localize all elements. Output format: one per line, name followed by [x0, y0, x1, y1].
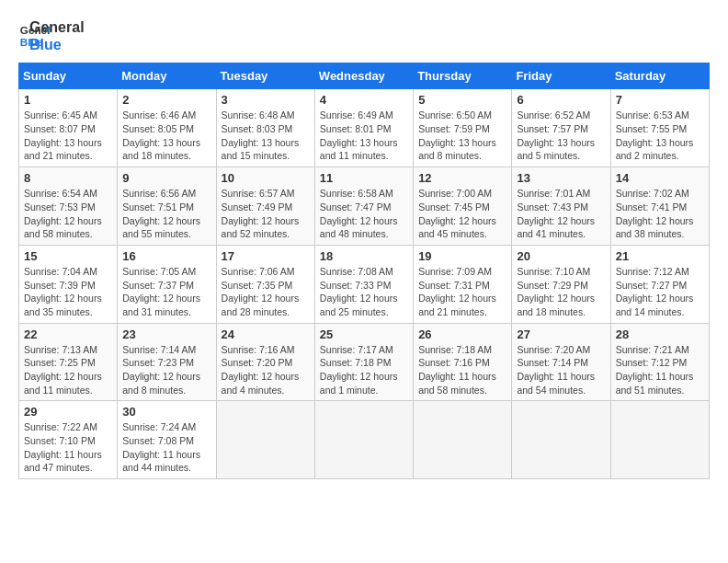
day-number: 9: [122, 171, 210, 185]
empty-cell: [512, 401, 610, 479]
empty-cell: [314, 401, 413, 479]
day-number: 1: [24, 93, 112, 107]
day-cell-21: 21Sunrise: 7:12 AM Sunset: 7:27 PM Dayli…: [610, 245, 709, 323]
week-row-1: 1Sunrise: 6:45 AM Sunset: 8:07 PM Daylig…: [19, 89, 710, 167]
header-monday: Monday: [118, 63, 216, 89]
day-cell-30: 30Sunrise: 7:24 AM Sunset: 7:08 PM Dayli…: [118, 401, 216, 479]
day-info: Sunrise: 7:20 AM Sunset: 7:14 PM Dayligh…: [517, 343, 605, 397]
day-info: Sunrise: 7:01 AM Sunset: 7:43 PM Dayligh…: [517, 187, 605, 241]
day-number: 3: [222, 93, 310, 107]
day-info: Sunrise: 7:06 AM Sunset: 7:35 PM Dayligh…: [222, 265, 310, 319]
empty-cell: [610, 401, 709, 479]
day-info: Sunrise: 7:17 AM Sunset: 7:18 PM Dayligh…: [320, 343, 408, 397]
day-number: 19: [418, 249, 506, 263]
day-cell-26: 26Sunrise: 7:18 AM Sunset: 7:16 PM Dayli…: [414, 323, 512, 401]
day-info: Sunrise: 6:49 AM Sunset: 8:01 PM Dayligh…: [320, 109, 408, 163]
day-cell-7: 7Sunrise: 6:53 AM Sunset: 7:55 PM Daylig…: [610, 89, 709, 167]
day-number: 15: [24, 249, 112, 263]
day-cell-19: 19Sunrise: 7:09 AM Sunset: 7:31 PM Dayli…: [414, 245, 512, 323]
day-info: Sunrise: 7:22 AM Sunset: 7:10 PM Dayligh…: [24, 420, 112, 475]
day-cell-25: 25Sunrise: 7:17 AM Sunset: 7:18 PM Dayli…: [314, 323, 413, 401]
day-number: 25: [320, 327, 408, 341]
day-number: 13: [517, 171, 605, 185]
week-row-4: 22Sunrise: 7:13 AM Sunset: 7:25 PM Dayli…: [19, 323, 710, 401]
day-number: 22: [24, 327, 112, 341]
day-number: 4: [320, 93, 408, 107]
day-cell-8: 8Sunrise: 6:54 AM Sunset: 7:53 PM Daylig…: [19, 167, 118, 246]
day-number: 17: [222, 249, 310, 263]
day-info: Sunrise: 6:56 AM Sunset: 7:51 PM Dayligh…: [122, 187, 210, 241]
header-tuesday: Tuesday: [216, 63, 314, 89]
day-cell-28: 28Sunrise: 7:21 AM Sunset: 7:12 PM Dayli…: [610, 323, 709, 401]
day-number: 27: [517, 327, 605, 341]
day-number: 7: [616, 93, 704, 107]
day-info: Sunrise: 6:45 AM Sunset: 8:07 PM Dayligh…: [24, 109, 112, 163]
day-number: 24: [222, 327, 310, 341]
day-info: Sunrise: 6:57 AM Sunset: 7:49 PM Dayligh…: [222, 187, 310, 241]
day-cell-24: 24Sunrise: 7:16 AM Sunset: 7:20 PM Dayli…: [216, 323, 314, 401]
day-info: Sunrise: 7:13 AM Sunset: 7:25 PM Dayligh…: [24, 343, 112, 397]
calendar-table: SundayMondayTuesdayWednesdayThursdayFrid…: [18, 63, 710, 479]
day-cell-16: 16Sunrise: 7:05 AM Sunset: 7:37 PM Dayli…: [118, 245, 216, 323]
header-saturday: Saturday: [610, 63, 709, 89]
day-info: Sunrise: 7:08 AM Sunset: 7:33 PM Dayligh…: [320, 265, 408, 319]
header-row: SundayMondayTuesdayWednesdayThursdayFrid…: [19, 63, 710, 89]
day-number: 6: [517, 93, 605, 107]
day-number: 23: [122, 327, 210, 341]
day-cell-2: 2Sunrise: 6:46 AM Sunset: 8:05 PM Daylig…: [118, 89, 216, 167]
day-number: 26: [418, 327, 506, 341]
day-cell-4: 4Sunrise: 6:49 AM Sunset: 8:01 PM Daylig…: [314, 89, 413, 167]
day-cell-3: 3Sunrise: 6:48 AM Sunset: 8:03 PM Daylig…: [216, 89, 314, 167]
day-cell-15: 15Sunrise: 7:04 AM Sunset: 7:39 PM Dayli…: [19, 245, 118, 323]
day-number: 21: [616, 249, 704, 263]
day-number: 20: [517, 249, 605, 263]
day-cell-5: 5Sunrise: 6:50 AM Sunset: 7:59 PM Daylig…: [414, 89, 512, 167]
day-number: 12: [418, 171, 506, 185]
day-cell-22: 22Sunrise: 7:13 AM Sunset: 7:25 PM Dayli…: [19, 323, 118, 401]
day-cell-23: 23Sunrise: 7:14 AM Sunset: 7:23 PM Dayli…: [118, 323, 216, 401]
day-cell-10: 10Sunrise: 6:57 AM Sunset: 7:49 PM Dayli…: [216, 167, 314, 246]
day-info: Sunrise: 6:53 AM Sunset: 7:55 PM Dayligh…: [616, 109, 704, 163]
day-info: Sunrise: 7:14 AM Sunset: 7:23 PM Dayligh…: [122, 343, 210, 397]
header-friday: Friday: [512, 63, 610, 89]
day-cell-18: 18Sunrise: 7:08 AM Sunset: 7:33 PM Dayli…: [314, 245, 413, 323]
week-row-2: 8Sunrise: 6:54 AM Sunset: 7:53 PM Daylig…: [19, 167, 710, 246]
day-info: Sunrise: 7:09 AM Sunset: 7:31 PM Dayligh…: [418, 265, 506, 319]
day-info: Sunrise: 6:52 AM Sunset: 7:57 PM Dayligh…: [517, 109, 605, 163]
day-number: 5: [418, 93, 506, 107]
day-info: Sunrise: 7:04 AM Sunset: 7:39 PM Dayligh…: [24, 265, 112, 319]
week-row-5: 29Sunrise: 7:22 AM Sunset: 7:10 PM Dayli…: [19, 401, 710, 479]
page-header: General Blue General Blue: [18, 18, 710, 53]
day-info: Sunrise: 7:18 AM Sunset: 7:16 PM Dayligh…: [418, 343, 506, 397]
logo-general: General: [29, 18, 85, 36]
logo-blue: Blue: [29, 36, 85, 53]
day-number: 8: [24, 171, 112, 185]
day-number: 30: [122, 405, 210, 419]
day-cell-14: 14Sunrise: 7:02 AM Sunset: 7:41 PM Dayli…: [610, 167, 709, 246]
day-number: 11: [320, 171, 408, 185]
day-cell-29: 29Sunrise: 7:22 AM Sunset: 7:10 PM Dayli…: [19, 401, 118, 479]
header-thursday: Thursday: [414, 63, 512, 89]
logo: General Blue General Blue: [18, 18, 85, 53]
day-cell-1: 1Sunrise: 6:45 AM Sunset: 8:07 PM Daylig…: [19, 89, 118, 167]
day-cell-20: 20Sunrise: 7:10 AM Sunset: 7:29 PM Dayli…: [512, 245, 610, 323]
empty-cell: [414, 401, 512, 479]
header-wednesday: Wednesday: [314, 63, 413, 89]
day-number: 14: [616, 171, 704, 185]
day-number: 29: [24, 405, 112, 419]
day-info: Sunrise: 7:16 AM Sunset: 7:20 PM Dayligh…: [222, 343, 310, 397]
day-cell-11: 11Sunrise: 6:58 AM Sunset: 7:47 PM Dayli…: [314, 167, 413, 246]
day-number: 10: [222, 171, 310, 185]
week-row-3: 15Sunrise: 7:04 AM Sunset: 7:39 PM Dayli…: [19, 245, 710, 323]
day-cell-9: 9Sunrise: 6:56 AM Sunset: 7:51 PM Daylig…: [118, 167, 216, 246]
day-number: 28: [616, 327, 704, 341]
empty-cell: [216, 401, 314, 479]
day-cell-6: 6Sunrise: 6:52 AM Sunset: 7:57 PM Daylig…: [512, 89, 610, 167]
day-number: 18: [320, 249, 408, 263]
day-cell-17: 17Sunrise: 7:06 AM Sunset: 7:35 PM Dayli…: [216, 245, 314, 323]
day-info: Sunrise: 7:21 AM Sunset: 7:12 PM Dayligh…: [616, 343, 704, 397]
day-info: Sunrise: 7:12 AM Sunset: 7:27 PM Dayligh…: [616, 265, 704, 319]
day-info: Sunrise: 7:02 AM Sunset: 7:41 PM Dayligh…: [616, 187, 704, 241]
day-cell-13: 13Sunrise: 7:01 AM Sunset: 7:43 PM Dayli…: [512, 167, 610, 246]
day-cell-12: 12Sunrise: 7:00 AM Sunset: 7:45 PM Dayli…: [414, 167, 512, 246]
